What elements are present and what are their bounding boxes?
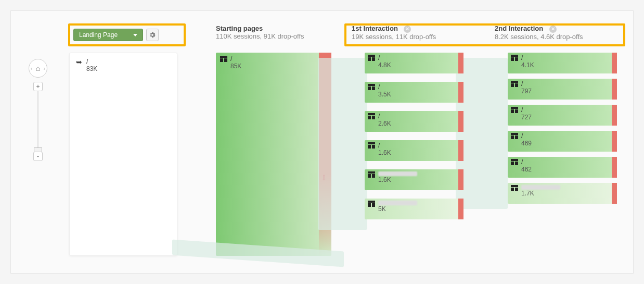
zoom-in-button[interactable]: +: [33, 82, 43, 91]
dropoff-bar: [458, 53, 463, 73]
chevron-down-icon: [133, 34, 137, 36]
col-header-first: 1st Interaction ✕ 19K sessions, 11K drop…: [352, 24, 436, 41]
flow-node[interactable]: /3.5K: [365, 82, 463, 103]
gear-icon: [149, 31, 156, 39]
page-icon: [511, 107, 518, 113]
settings-button[interactable]: [146, 29, 159, 41]
page-icon: [220, 56, 227, 62]
page-icon: [368, 55, 375, 61]
flow-link: [318, 58, 367, 230]
dimension-label: Landing Page: [79, 31, 118, 39]
dimension-dropdown[interactable]: Landing Page: [73, 29, 143, 41]
page-icon: [368, 113, 375, 119]
flow-node[interactable]: /469: [508, 131, 617, 152]
behavior-flow-viz[interactable]: Landing Page Starting pages 110K session…: [10, 10, 634, 274]
page-icon: [511, 159, 518, 165]
dropoff-bar: [612, 53, 617, 73]
page-icon: [368, 84, 375, 90]
landing-node[interactable]: ➥ / 83K: [69, 53, 177, 256]
home-pan-button[interactable]: ‹ ⌂ ›: [29, 59, 47, 78]
dropoff-bar: [458, 169, 463, 190]
dropoff-bar: [458, 111, 463, 132]
dropoff-bar: [612, 79, 617, 100]
dropoff-bar: [458, 140, 463, 161]
page-icon: [511, 185, 518, 191]
dropoff-bar: [612, 131, 617, 152]
dropoff-bar: [458, 82, 463, 103]
col-header-second: 2nd Interaction ✕ 8.2K sessions, 4.6K dr…: [495, 24, 583, 41]
starting-node[interactable]: / 85K ⇩: [216, 53, 331, 256]
redacted-label: [378, 201, 417, 205]
flow-node[interactable]: /4.1K: [508, 53, 617, 73]
page-icon: [511, 55, 518, 61]
dropoff-bar: [612, 157, 617, 178]
flow-node[interactable]: /462: [508, 157, 617, 178]
flow-node[interactable]: /4.8K: [365, 53, 463, 73]
page-icon: [368, 201, 375, 207]
flow-link: [456, 58, 508, 209]
page-icon: [511, 81, 518, 87]
home-icon: ⌂: [36, 64, 40, 72]
remove-stage-button[interactable]: ✕: [404, 26, 411, 33]
chevron-right-icon: ›: [44, 66, 45, 71]
flow-node[interactable]: 5K: [365, 199, 463, 219]
dropoff-bar: [458, 199, 463, 219]
flow-node[interactable]: /797: [508, 79, 617, 100]
flow-node[interactable]: /2.6K: [365, 111, 463, 132]
dropoff-bar: [612, 105, 617, 126]
page-icon: [368, 142, 375, 149]
through-traffic-icon: ➥: [76, 58, 82, 66]
flow-node[interactable]: /727: [508, 105, 617, 126]
flow-node[interactable]: 1.7K: [508, 183, 617, 204]
dropoff-bar: [612, 183, 617, 204]
page-icon: [511, 133, 518, 139]
chevron-left-icon: ‹: [31, 66, 32, 71]
page-icon: [368, 171, 375, 178]
col-header-starting: Starting pages 110K sessions, 91K drop-o…: [216, 24, 304, 40]
redacted-label: [521, 185, 560, 190]
zoom-slider-track[interactable]: [37, 91, 38, 149]
zoom-out-button[interactable]: -: [33, 152, 43, 161]
remove-stage-button[interactable]: ✕: [549, 26, 557, 33]
flow-node[interactable]: 1.6K: [365, 169, 463, 190]
redacted-label: [378, 171, 417, 176]
flow-node[interactable]: /1.6K: [365, 140, 463, 161]
